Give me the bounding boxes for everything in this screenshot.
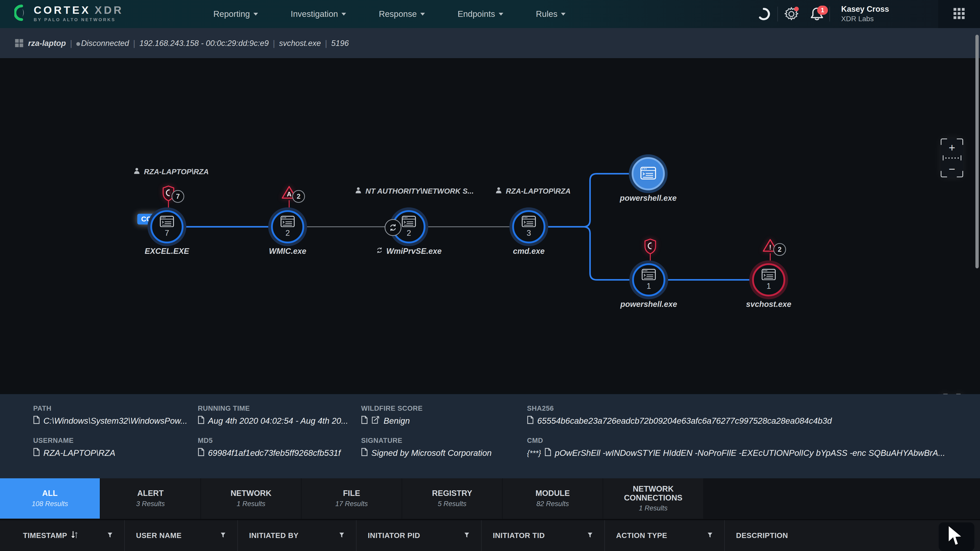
tab-module[interactable]: MODULE82 Results [503, 478, 603, 519]
notifications-bell-icon[interactable]: 1 [805, 0, 829, 28]
process-event-count: 2 [285, 229, 290, 238]
brand-name: CORTEX [34, 4, 91, 16]
alert-count-badge[interactable]: 2 [773, 243, 786, 256]
column-label: DESCRIPTION [736, 531, 788, 540]
process-node-ps-bottom[interactable]: 1 [632, 263, 665, 297]
column-filter-icon[interactable] [220, 531, 226, 540]
process-node-wmic[interactable]: 2 [271, 210, 304, 243]
document-icon[interactable] [33, 448, 40, 458]
menu-item-rules[interactable]: Rules [536, 9, 566, 19]
host-name: rza-laptop [28, 39, 66, 48]
document-icon[interactable] [198, 448, 204, 458]
status-dot-icon [76, 42, 80, 46]
column-filter-icon[interactable] [339, 531, 345, 540]
brand-suffix: XDR [95, 4, 124, 16]
sort-icon[interactable] [71, 530, 78, 539]
tab-alert[interactable]: ALERT3 Results [100, 478, 200, 519]
svg-text:!: ! [769, 244, 772, 251]
document-icon[interactable] [361, 448, 368, 458]
detail-value: C:\Windows\System32\WindowsPow... [33, 416, 187, 426]
process-node-svchost[interactable]: 1 [752, 263, 785, 297]
help-icon[interactable] [752, 0, 775, 28]
sync-badge[interactable] [385, 219, 401, 236]
vertical-scrollbar[interactable] [975, 35, 979, 268]
detail-label: USERNAME [33, 437, 115, 445]
settings-alert-dot [794, 6, 799, 11]
process-node-cmd[interactable]: 3 [512, 210, 546, 243]
tab-registry[interactable]: REGISTRY5 Results [402, 478, 502, 519]
process-name: svchost.exe [279, 39, 321, 48]
process-node-excel[interactable]: 7 [150, 210, 183, 243]
document-icon[interactable] [527, 416, 534, 426]
column-label: ACTION TYPE [616, 531, 667, 540]
column-filter-icon[interactable] [707, 531, 713, 540]
detail-field-md5: MD569984f1af1edc73feb5ff9268cfb531f [198, 437, 340, 458]
detail-value-text: Benign [383, 416, 410, 426]
funnel-icon[interactable] [587, 532, 593, 538]
tab-results-count: 108 Results [32, 500, 68, 508]
alert-shield-badge[interactable] [644, 238, 657, 256]
tab-file[interactable]: FILE17 Results [302, 478, 401, 519]
results-table-header: TIMESTAMPUSER NAMEINITIATED BYINITIATOR … [0, 519, 980, 551]
detail-label: RUNNING TIME [198, 405, 348, 413]
svg-text:A: A [287, 191, 292, 198]
zoom-slider[interactable] [941, 156, 963, 160]
zoom-out-button[interactable]: − [941, 164, 963, 175]
process-name-text: powershell.exe [620, 194, 676, 203]
column-label: INITIATOR PID [368, 531, 420, 540]
tab-network-connections[interactable]: NETWORK CONNECTIONS1 Results [603, 478, 703, 519]
wildfire-report-icon[interactable] [371, 416, 380, 426]
menu-item-endpoints[interactable]: Endpoints [458, 9, 503, 19]
alert-count-badge[interactable]: 7 [172, 190, 184, 203]
nav-divider [829, 6, 830, 21]
tab-results-count: 17 Results [335, 500, 368, 508]
column-header-user-name[interactable]: USER NAME [124, 520, 237, 551]
column-header-initiator-pid[interactable]: INITIATOR PID [356, 520, 481, 551]
cortex-logo-icon [14, 5, 29, 22]
mouse-cursor [939, 522, 974, 551]
detail-value-text: C:\Windows\System32\WindowsPow... [43, 416, 187, 426]
tab-network[interactable]: NETWORK1 Results [201, 478, 301, 519]
user-menu[interactable]: Kasey Cross XDR Labs [841, 5, 889, 23]
zoom-in-button[interactable]: + [941, 142, 963, 153]
column-header-initiated-by[interactable]: INITIATED BY [237, 520, 356, 551]
process-event-count: 1 [646, 282, 651, 291]
funnel-icon[interactable] [707, 532, 713, 538]
tab-results-count: 5 Results [438, 500, 466, 508]
detail-value-text: RZA-LAPTOP\RZA [43, 448, 115, 458]
menu-item-investigation[interactable]: Investigation [291, 9, 346, 19]
detail-label: CMD [527, 437, 945, 445]
tab-all[interactable]: ALL108 Results [0, 478, 100, 519]
column-header-action-type[interactable]: ACTION TYPE [605, 520, 724, 551]
user-org: XDR Labs [841, 15, 889, 23]
menu-label: Investigation [291, 9, 338, 19]
main-menu: ReportingInvestigationResponseEndpointsR… [213, 0, 566, 28]
menu-item-reporting[interactable]: Reporting [213, 9, 258, 19]
process-name-text: WmiPrvSE.exe [386, 247, 442, 256]
document-icon[interactable] [198, 416, 204, 426]
column-filter-icon[interactable] [464, 531, 470, 540]
alert-count-badge[interactable]: 2 [292, 190, 305, 203]
apps-grid-button[interactable] [938, 0, 980, 28]
funnel-icon[interactable] [107, 532, 113, 538]
process-node-label: cmd.exe [475, 247, 582, 256]
chevron-down-icon [342, 13, 346, 16]
column-filter-icon[interactable] [587, 531, 593, 540]
menu-item-response[interactable]: Response [379, 9, 425, 19]
results-tabs-bar: ALL108 ResultsALERT3 ResultsNETWORK1 Res… [0, 478, 980, 519]
settings-gear-icon[interactable] [780, 0, 803, 28]
brand-logo[interactable]: CORTEX XDR BY PALO ALTO NETWORKS [14, 4, 124, 22]
funnel-icon[interactable] [339, 532, 345, 538]
document-icon[interactable] [361, 416, 368, 426]
document-icon[interactable] [545, 448, 551, 458]
funnel-icon[interactable] [464, 532, 470, 538]
column-header-initiator-tid[interactable]: INITIATOR TID [481, 520, 605, 551]
column-filter-icon[interactable] [107, 531, 113, 540]
process-window-icon [641, 269, 656, 281]
document-icon[interactable] [33, 416, 40, 426]
process-graph-canvas[interactable]: RZA-LAPTOP\RZACGO77EXCEL.EXEA22WMIC.exeN… [0, 59, 980, 394]
process-node-ps-top[interactable] [632, 157, 665, 190]
column-header-timestamp[interactable]: TIMESTAMP [0, 520, 124, 551]
funnel-icon[interactable] [220, 532, 226, 538]
tab-title: ALERT [137, 489, 164, 498]
